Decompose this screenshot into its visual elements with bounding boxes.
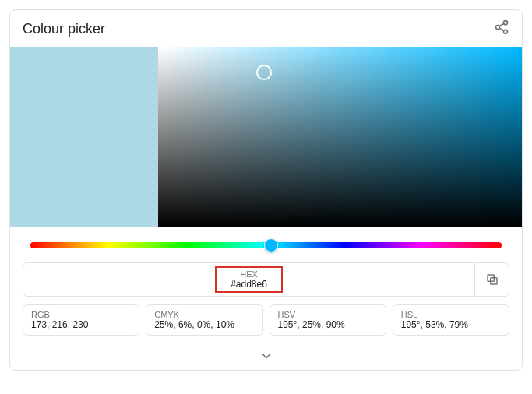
hue-slider[interactable] bbox=[30, 242, 502, 248]
colour-picker-card: Colour picker HEX #add8e6 R bbox=[9, 9, 523, 371]
formats-grid: RGB 173, 216, 230 CMYK 25%, 6%, 0%, 10% … bbox=[23, 304, 509, 336]
controls: HEX #add8e6 RGB 173, 216, 230 CMYK 25%, … bbox=[10, 227, 522, 342]
saturation-value-picker[interactable] bbox=[158, 47, 522, 227]
rgb-value: 173, 216, 230 bbox=[31, 319, 131, 330]
svg-line-3 bbox=[499, 23, 504, 26]
hex-value: #add8e6 bbox=[231, 279, 267, 290]
chevron-down-icon[interactable] bbox=[10, 342, 522, 370]
copy-icon[interactable] bbox=[474, 263, 509, 296]
selected-swatch bbox=[10, 47, 158, 227]
svg-point-0 bbox=[504, 21, 508, 25]
svg-point-1 bbox=[496, 26, 500, 30]
hue-thumb[interactable] bbox=[264, 238, 278, 252]
hex-cell[interactable]: HEX #add8e6 bbox=[23, 263, 474, 296]
svg-line-4 bbox=[499, 28, 504, 30]
cmyk-value: 25%, 6%, 0%, 10% bbox=[154, 319, 254, 330]
hex-highlight: HEX #add8e6 bbox=[215, 266, 283, 293]
cmyk-cell[interactable]: CMYK 25%, 6%, 0%, 10% bbox=[146, 304, 262, 336]
svg-point-2 bbox=[504, 30, 508, 33]
hex-label: HEX bbox=[231, 269, 267, 279]
hsl-label: HSL bbox=[401, 310, 501, 319]
hsl-value: 195°, 53%, 79% bbox=[401, 319, 501, 330]
share-icon[interactable] bbox=[494, 19, 509, 38]
rgb-label: RGB bbox=[31, 310, 131, 319]
header: Colour picker bbox=[10, 10, 522, 47]
sv-cursor[interactable] bbox=[256, 65, 272, 80]
hsv-label: HSV bbox=[278, 310, 378, 319]
hsv-cell[interactable]: HSV 195°, 25%, 90% bbox=[270, 304, 386, 336]
hex-row: HEX #add8e6 bbox=[23, 262, 509, 297]
colour-area bbox=[10, 47, 522, 227]
cmyk-label: CMYK bbox=[154, 310, 254, 319]
hsv-value: 195°, 25%, 90% bbox=[278, 319, 378, 330]
page-title: Colour picker bbox=[23, 21, 105, 37]
hsl-cell[interactable]: HSL 195°, 53%, 79% bbox=[393, 304, 509, 336]
rgb-cell[interactable]: RGB 173, 216, 230 bbox=[23, 304, 139, 336]
